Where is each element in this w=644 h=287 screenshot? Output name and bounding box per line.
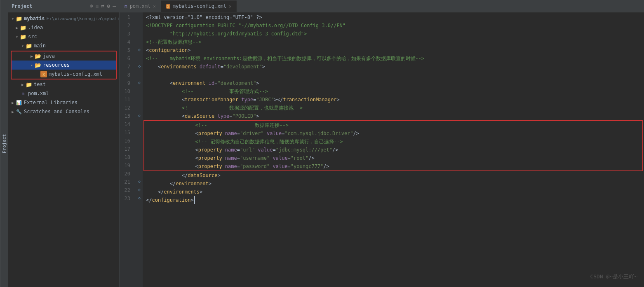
collapse-icon[interactable]: ⇄	[101, 3, 105, 9]
pom-icon: m	[20, 90, 26, 97]
tree-item-mybatis[interactable]: ▾ 📁 mybatis E:\xiaowang\kuangjia\mybatis…	[8, 14, 119, 23]
code-text: configuration	[152, 196, 190, 204]
code-text	[146, 112, 182, 120]
code-text: name	[225, 146, 237, 154]
code-line-1: <?xml version="1.0" encoding="UTF-8" ?>	[143, 13, 644, 21]
ln-7: 7	[120, 63, 133, 71]
ln-16: 16	[120, 137, 133, 145]
locate-icon[interactable]: ⊕	[90, 3, 93, 9]
gutter-15	[136, 128, 143, 136]
code-text: <!DOCTYPE configuration PUBLIC "-//mybat…	[146, 21, 346, 30]
code-text: >	[256, 79, 259, 87]
gutter-14	[136, 119, 143, 128]
ln-17: 17	[120, 145, 133, 153]
sidebar-header: Project ⊕ ≡ ⇄ ⚙ —	[8, 0, 119, 12]
arrow-icon: ▾	[10, 16, 16, 21]
code-text: property	[198, 146, 222, 154]
code-text: name	[225, 129, 237, 138]
code-text: property	[198, 162, 222, 170]
ln-20: 20	[120, 170, 133, 178]
gutter-1	[136, 12, 143, 21]
code-text: />	[323, 162, 329, 170]
resources-folder-icon: 📂	[35, 62, 41, 68]
code-text: <	[146, 46, 149, 54]
gutter-5: ◇	[136, 45, 143, 54]
code-line-9: <environment id="development">	[143, 79, 644, 87]
code-text: >	[190, 196, 193, 204]
code-text: "development"	[223, 63, 262, 71]
scroll-to-icon[interactable]: ≡	[96, 3, 99, 9]
tree-path: E:\xiaowang\kuangjia\mybatis\mybatis\myb…	[47, 16, 119, 21]
tree-item-idea[interactable]: ▶ 📁 .idea	[8, 23, 119, 32]
tree-label: java	[43, 53, 55, 59]
code-text	[222, 146, 225, 154]
code-text: =	[237, 129, 240, 138]
code-text: =	[221, 63, 223, 71]
code-text	[214, 112, 217, 120]
code-text: "POOLED"	[233, 112, 256, 120]
code-text: =	[253, 96, 256, 104]
code-content[interactable]: <?xml version="1.0" encoding="UTF-8" ?> …	[143, 12, 644, 287]
tree-item-resources[interactable]: ▾ 📂 resources	[12, 61, 116, 70]
code-text	[222, 154, 225, 162]
tree-item-src[interactable]: ▾ 📁 src	[8, 32, 119, 41]
tree-label: .idea	[28, 25, 43, 30]
code-text: <	[182, 112, 185, 120]
code-text: <!--配置数据源信息-->	[146, 38, 202, 46]
tree-item-java[interactable]: ▶ 📂 java	[12, 51, 116, 61]
editor-gutter: ◇ ◇ ◇ ◇ ◇ ◇ ◇	[136, 12, 143, 287]
code-text: <	[195, 146, 198, 154]
code-text	[146, 79, 170, 87]
code-text: dataSource	[185, 112, 214, 120]
mybatis-tab-label: mybatis-config.xml	[173, 3, 226, 9]
tree-item-mybatis-config[interactable]: x mybatis-config.xml	[12, 70, 116, 79]
code-text	[206, 79, 209, 87]
spacer	[35, 71, 40, 77]
code-text: name	[225, 154, 237, 162]
code-text: >	[336, 96, 339, 104]
code-text: >	[209, 180, 212, 188]
code-text: <	[170, 79, 173, 87]
code-text	[146, 71, 149, 79]
arrow-icon: ▶	[10, 100, 16, 105]
gutter-4	[136, 37, 143, 45]
gutter-17	[136, 144, 143, 152]
gutter-12	[136, 103, 143, 111]
code-text	[197, 63, 200, 71]
arrow-icon: ▾	[20, 43, 26, 49]
code-text: >	[217, 171, 220, 180]
folder-icon: 📁	[16, 15, 22, 22]
code-text: "development"	[217, 79, 256, 87]
gutter-20	[136, 169, 143, 177]
tree-item-test[interactable]: ▶ 📁 test	[8, 80, 119, 89]
tree-item-main[interactable]: ▾ 📁 main	[8, 41, 119, 50]
code-line-16: <!-- 记得修改为自己的数据库信息，随便的库就行，自己选择-->	[144, 138, 642, 146]
mybatis-tab-icon: x	[166, 4, 170, 9]
tab-mybatis-config[interactable]: x mybatis-config.xml ✕	[161, 0, 237, 12]
tree-item-scratches[interactable]: ▶ 🔧 Scratches and Consoles	[8, 107, 119, 116]
pom-tab-close[interactable]: ✕	[153, 4, 156, 9]
code-line-23: </configuration>	[143, 196, 644, 204]
code-line-19: <property name="password" value="youngc7…	[144, 162, 642, 170]
arrow-icon: ▶	[20, 82, 26, 87]
arrow-icon: ▶	[14, 25, 20, 30]
tab-pom[interactable]: m pom.xml ✕	[120, 0, 161, 12]
code-text: "jdbc:mysql:///pet"	[276, 146, 332, 154]
tree-item-pom[interactable]: m pom.xml	[8, 89, 119, 98]
gutter-2	[136, 21, 143, 29]
code-text: />	[332, 146, 338, 154]
code-text: =	[288, 162, 291, 170]
code-text	[264, 129, 267, 138]
code-text: >	[188, 46, 190, 54]
code-text: value	[267, 129, 282, 138]
minimize-icon[interactable]: —	[113, 3, 116, 9]
tree-item-external-libraries[interactable]: ▶ 📊 External Libraries	[8, 98, 119, 107]
settings-icon[interactable]: ⚙	[107, 3, 110, 9]
code-line-17: <property name="url" value="jdbc:mysql:/…	[144, 146, 642, 154]
code-text: <!-- 数据库连接-->	[148, 121, 289, 129]
code-text	[146, 188, 158, 196]
library-icon: 📊	[16, 99, 22, 106]
mybatis-tab-close[interactable]: ✕	[229, 4, 232, 9]
ln-22: 22	[120, 186, 133, 194]
sidebar-toolbar: ⊕ ≡ ⇄ ⚙ —	[90, 3, 116, 9]
